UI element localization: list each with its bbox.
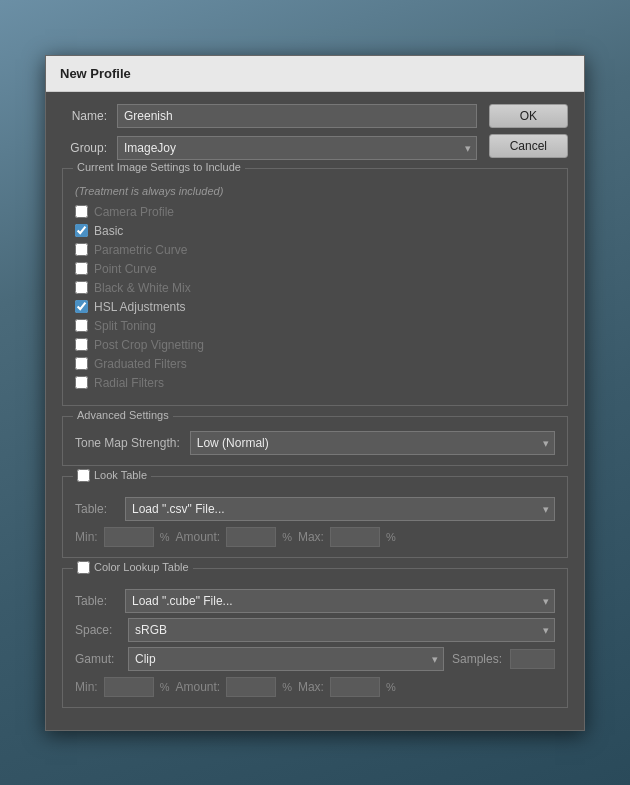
look-amount-pct: % <box>282 531 292 543</box>
bw-mix-row: Black & White Mix <box>75 281 555 295</box>
split-toning-checkbox[interactable] <box>75 319 88 332</box>
samples-label: Samples: <box>452 652 502 666</box>
space-label: Space: <box>75 623 120 637</box>
basic-row: Basic <box>75 224 555 238</box>
new-profile-dialog: New Profile Name: Group: ImageJoy <box>45 55 585 731</box>
look-table-enable-checkbox[interactable] <box>77 469 90 482</box>
color-max-input[interactable] <box>330 677 380 697</box>
look-min-label: Min: <box>75 530 98 544</box>
dialog-title: New Profile <box>46 56 584 92</box>
tone-map-select[interactable]: Low (Normal) Medium High <box>190 431 555 455</box>
tone-map-label: Tone Map Strength: <box>75 436 180 450</box>
current-settings-legend: Current Image Settings to Include <box>73 161 245 173</box>
look-min-pct: % <box>160 531 170 543</box>
look-max-input[interactable] <box>330 527 380 547</box>
basic-checkbox[interactable] <box>75 224 88 237</box>
look-table-legend-container: Look Table <box>73 469 151 482</box>
graduated-filters-label: Graduated Filters <box>94 357 187 371</box>
camera-profile-row: Camera Profile <box>75 205 555 219</box>
color-lookup-section: Color Lookup Table Table: Load ".cube" F… <box>62 568 568 708</box>
color-lookup-legend: Color Lookup Table <box>94 561 189 573</box>
graduated-filters-checkbox[interactable] <box>75 357 88 370</box>
camera-profile-checkbox[interactable] <box>75 205 88 218</box>
split-toning-row: Split Toning <box>75 319 555 333</box>
radial-filters-checkbox[interactable] <box>75 376 88 389</box>
ok-button[interactable]: OK <box>489 104 568 128</box>
point-curve-checkbox[interactable] <box>75 262 88 275</box>
camera-profile-label: Camera Profile <box>94 205 174 219</box>
point-curve-label: Point Curve <box>94 262 157 276</box>
parametric-curve-row: Parametric Curve <box>75 243 555 257</box>
split-toning-label: Split Toning <box>94 319 156 333</box>
post-crop-label: Post Crop Vignetting <box>94 338 204 352</box>
basic-label: Basic <box>94 224 123 238</box>
look-min-input[interactable] <box>104 527 154 547</box>
group-select[interactable]: ImageJoy <box>117 136 477 160</box>
radial-filters-label: Radial Filters <box>94 376 164 390</box>
look-table-label: Table: <box>75 502 117 516</box>
post-crop-row: Post Crop Vignetting <box>75 338 555 352</box>
cancel-button[interactable]: Cancel <box>489 134 568 158</box>
look-max-label: Max: <box>298 530 324 544</box>
parametric-curve-label: Parametric Curve <box>94 243 187 257</box>
parametric-curve-checkbox[interactable] <box>75 243 88 256</box>
color-max-pct: % <box>386 681 396 693</box>
advanced-settings-section: Advanced Settings Tone Map Strength: Low… <box>62 416 568 466</box>
look-table-select[interactable]: Load ".csv" File... <box>125 497 555 521</box>
name-input[interactable] <box>117 104 477 128</box>
color-amount-pct: % <box>282 681 292 693</box>
look-table-section: Look Table Table: Load ".csv" File... Mi… <box>62 476 568 558</box>
color-table-select[interactable]: Load ".cube" File... <box>125 589 555 613</box>
advanced-legend: Advanced Settings <box>73 409 173 421</box>
hsl-label: HSL Adjustments <box>94 300 186 314</box>
name-label: Name: <box>62 109 117 123</box>
group-label: Group: <box>62 141 117 155</box>
look-amount-label: Amount: <box>175 530 220 544</box>
graduated-filters-row: Graduated Filters <box>75 357 555 371</box>
point-curve-row: Point Curve <box>75 262 555 276</box>
current-settings-section: Current Image Settings to Include (Treat… <box>62 168 568 406</box>
look-amount-input[interactable] <box>226 527 276 547</box>
post-crop-checkbox[interactable] <box>75 338 88 351</box>
space-select[interactable]: sRGB Adobe RGB ProPhoto RGB <box>128 618 555 642</box>
color-min-label: Min: <box>75 680 98 694</box>
color-min-input[interactable] <box>104 677 154 697</box>
hsl-checkbox[interactable] <box>75 300 88 313</box>
color-max-label: Max: <box>298 680 324 694</box>
gamut-label: Gamut: <box>75 652 120 666</box>
bw-mix-label: Black & White Mix <box>94 281 191 295</box>
treatment-note: (Treatment is always included) <box>75 185 555 197</box>
look-max-pct: % <box>386 531 396 543</box>
color-table-label: Table: <box>75 594 117 608</box>
look-table-legend: Look Table <box>94 469 147 481</box>
gamut-select[interactable]: Clip Wrap <box>128 647 444 671</box>
bw-mix-checkbox[interactable] <box>75 281 88 294</box>
color-amount-label: Amount: <box>175 680 220 694</box>
radial-filters-row: Radial Filters <box>75 376 555 390</box>
color-amount-input[interactable] <box>226 677 276 697</box>
color-lookup-legend-container: Color Lookup Table <box>73 561 193 574</box>
color-min-pct: % <box>160 681 170 693</box>
samples-input[interactable] <box>510 649 555 669</box>
color-lookup-enable-checkbox[interactable] <box>77 561 90 574</box>
hsl-row: HSL Adjustments <box>75 300 555 314</box>
